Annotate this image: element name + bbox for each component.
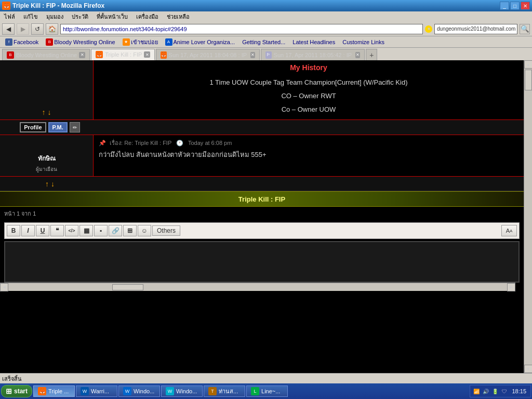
bookmark-visit[interactable]: ★ เข้าชมบ่อย: [119, 36, 161, 48]
others-button[interactable]: Others: [152, 225, 180, 236]
bookmark-anime[interactable]: A Anime Lover Organiza...: [162, 37, 238, 47]
image1-button[interactable]: ▦: [79, 225, 93, 236]
tab-sun1-close[interactable]: ✕: [250, 52, 256, 58]
minimize-button[interactable]: _: [500, 2, 509, 10]
post-re-label: เรื่อง: Re: Triple Kill : FIP: [110, 140, 171, 146]
taskbar-line-label: Line~...: [261, 388, 280, 394]
post-icon-2: 📌: [99, 140, 106, 146]
menu-history[interactable]: ประวัติ: [70, 11, 90, 22]
tab-sun2-close[interactable]: ✕: [355, 52, 361, 58]
back-button[interactable]: ◀: [2, 23, 15, 35]
post-row-2: ทักษิณ ผู้มาเยือน 📌 เรื่อง: Re: Triple K…: [0, 135, 524, 177]
profile-button[interactable]: Profile: [20, 122, 46, 132]
tab-fip[interactable]: 🦊 Triple Kill : FIP ✕: [91, 49, 155, 60]
post-body-2: กว่ามึงไปลบ สันดานหนังตาหัวควายมีออกก่อน…: [99, 150, 518, 160]
font-size-button[interactable]: AA: [501, 225, 517, 236]
tab-sun2[interactable]: 🏳 Sun 17, Apr 2011 18:05:42 : IP 124.1..…: [261, 49, 365, 60]
scroll-right-arrow[interactable]: ▶: [507, 283, 515, 291]
tray-security-icon: 🛡: [500, 387, 509, 395]
pagination: หน้า 1 จาก 1: [0, 207, 524, 220]
taskbar-warri[interactable]: W Warri...: [76, 385, 117, 397]
arrow-up-icon: ↑: [42, 108, 46, 116]
taskbar-than[interactable]: T ท่านส...: [204, 385, 245, 397]
scroll-up-arrow[interactable]: ▲: [524, 60, 533, 69]
page-text: หน้า 1 จาก 1: [4, 210, 36, 217]
taskbar-line-icon: L: [251, 387, 259, 395]
status-text: เสร็จสิ้น: [2, 374, 22, 383]
taskbar-warri-label: Warri...: [91, 388, 109, 394]
post-content-col-1: My History 1 Time UOW Couple Tag Team Ch…: [94, 60, 524, 119]
taskbar-line[interactable]: L Line~...: [246, 385, 288, 397]
action-buttons-col: Profile P.M. ✏: [3, 122, 97, 132]
menu-help[interactable]: ช่วยเหลือ: [165, 11, 192, 22]
smiley-button[interactable]: ☺: [138, 225, 151, 236]
tray-battery-icon: 🔋: [491, 387, 499, 395]
post-row-1: ↑ ↓ My History 1 Time UOW Couple Tag Tea…: [0, 60, 524, 120]
bookmark-getting-started[interactable]: Getting Started...: [239, 38, 288, 46]
bookmark-facebook[interactable]: f Facebook: [2, 37, 42, 47]
taskbar-than-icon: T: [208, 387, 217, 395]
tab-bwo-close[interactable]: ✕: [79, 52, 85, 58]
forum-footer: Triple Kill : FIP: [0, 191, 524, 207]
start-button[interactable]: ⊞ start: [1, 385, 32, 397]
tray-network-icon: 📶: [472, 387, 481, 395]
menu-bar: ไฟล์ แก้ไข มุมมอง ประวัติ ที่คั้นหน้าเว็…: [0, 11, 532, 22]
scroll-down-arrow[interactable]: ▼: [524, 365, 533, 373]
home-button[interactable]: 🏠: [46, 23, 58, 35]
editor-area[interactable]: [4, 241, 520, 283]
reload-button[interactable]: ↺: [31, 23, 44, 35]
horizontal-scrollbar[interactable]: ◀ ▶: [0, 283, 515, 291]
taskbar-firefox-icon: 🦊: [38, 387, 46, 395]
bookmark-bwo[interactable]: B Bloody Wrestling Online: [43, 37, 118, 47]
menu-edit[interactable]: แก้ไข: [21, 11, 40, 22]
tab-sun1[interactable]: 🦊 Sun 17, Apr 2011 18:04:08 : IP 124.1..…: [156, 49, 260, 60]
tab-bwo[interactable]: B Bloody Wrestling Online ✕: [2, 49, 90, 60]
italic-button[interactable]: I: [21, 225, 35, 236]
search-button[interactable]: 🔍: [520, 24, 530, 34]
taskbar-windo2-label: Windo...: [176, 388, 197, 394]
taskbar-warri-icon: W: [81, 387, 89, 395]
pm-button[interactable]: P.M.: [48, 122, 68, 132]
arrow-down-icon: ↓: [48, 108, 51, 116]
scroll-thumb[interactable]: [525, 70, 532, 90]
bookmark-headlines[interactable]: Latest Headlines: [289, 38, 338, 46]
tab-fip-close[interactable]: ✕: [144, 51, 150, 58]
quote-button[interactable]: ❝: [50, 225, 64, 236]
menu-view[interactable]: มุมมอง: [44, 11, 65, 22]
action-buttons-row-2: ↑ ↓: [0, 177, 524, 191]
close-button[interactable]: ✕: [521, 2, 530, 10]
table-button[interactable]: ⊞: [123, 225, 137, 236]
username-2: ทักษิณ: [38, 153, 56, 163]
edit-icon-btn[interactable]: ✏: [70, 122, 80, 132]
nav-bar: ◀ ▶ ↺ 🏠 http://bwonline.forumotion.net/t…: [0, 22, 532, 36]
facebook-icon: f: [5, 38, 12, 46]
taskbar: ⊞ start 🦊 Triple ... W Warri... W Windo.…: [0, 383, 532, 399]
menu-tools[interactable]: เครื่องมือ: [134, 11, 161, 22]
taskbar-windo1-label: Windo...: [134, 388, 154, 394]
forward-button[interactable]: ▶: [17, 23, 29, 35]
scroll-horiz-thumb[interactable]: [112, 284, 143, 290]
new-tab-button[interactable]: +: [366, 49, 377, 60]
taskbar-windo1[interactable]: W Windo...: [118, 385, 160, 397]
image2-button[interactable]: ▪: [94, 225, 108, 236]
clock-icon: 🕐: [176, 140, 183, 146]
taskbar-windo1-icon: W: [123, 387, 131, 395]
bookmark-customize[interactable]: Customize Links: [339, 38, 388, 46]
search-box[interactable]: dungeonmusic2011@hotmail.com: [434, 24, 517, 34]
post-user-col-1: ↑ ↓: [0, 60, 94, 119]
bold-button[interactable]: B: [7, 225, 20, 236]
taskbar-windo2[interactable]: W Windo...: [161, 385, 203, 397]
post-header-2: 📌 เรื่อง: Re: Triple Kill : FIP 🕐 Today …: [99, 138, 518, 148]
action-buttons-row: Profile P.M. ✏: [0, 120, 524, 135]
menu-file[interactable]: ไฟล์: [2, 11, 17, 22]
code-button[interactable]: </>: [65, 225, 78, 236]
vertical-scrollbar[interactable]: ▲ ▼: [524, 60, 532, 373]
action-buttons-col-2: ↑ ↓: [3, 180, 97, 188]
taskbar-triple[interactable]: 🦊 Triple ...: [33, 385, 75, 397]
scroll-track: [8, 284, 507, 291]
maximize-button[interactable]: □: [510, 2, 520, 10]
scroll-left-arrow[interactable]: ◀: [0, 283, 8, 291]
menu-bookmarks[interactable]: ที่คั้นหน้าเว็บ: [95, 11, 130, 22]
underline-button[interactable]: U: [36, 225, 49, 236]
link-button[interactable]: 🔗: [109, 225, 122, 236]
